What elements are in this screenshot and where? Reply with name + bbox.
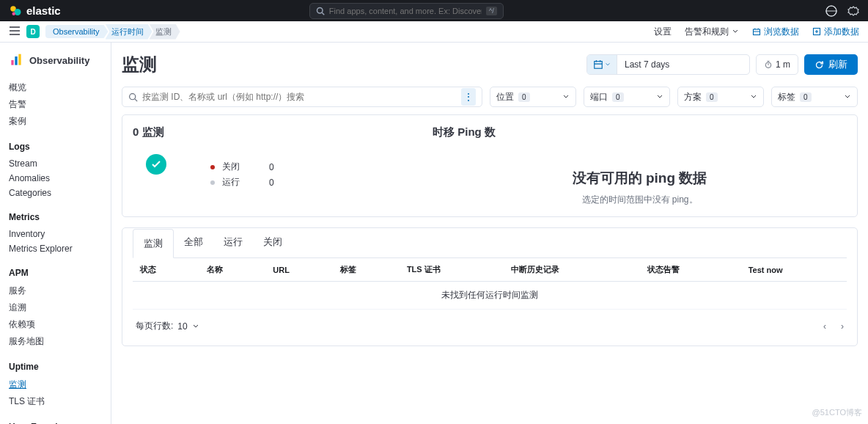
empty-table-row: 未找到任何运行时间监测 (133, 282, 847, 310)
refresh-icon (814, 60, 824, 70)
elastic-icon (9, 4, 22, 18)
global-search[interactable]: ^/ (309, 3, 504, 19)
timer-icon (764, 60, 773, 69)
sidebar-item[interactable]: 监测 (9, 376, 102, 393)
svg-point-3 (317, 7, 323, 13)
search-shortcut: ^/ (486, 7, 497, 15)
empty-pings-title: 没有可用的 ping 数据 (433, 169, 847, 188)
filter-select[interactable]: 位置0 (490, 87, 576, 107)
browse-data-link[interactable]: 浏览数据 (752, 26, 799, 38)
sidebar-item[interactable]: 服务地图 (9, 333, 102, 350)
monitors-table: 状态名称URL标签TLS 证书中断历史记录状态告警Test now 未找到任何运… (133, 258, 847, 310)
tab[interactable]: 全部 (174, 228, 213, 257)
svg-rect-10 (595, 62, 603, 69)
tab[interactable]: 关闭 (253, 228, 293, 257)
tab[interactable]: 监测 (133, 229, 174, 258)
rows-per-page[interactable]: 每页行数: 10 (136, 320, 199, 332)
breadcrumb-item[interactable]: Observability (45, 25, 108, 38)
observability-icon (9, 53, 23, 67)
svg-rect-5 (754, 29, 760, 35)
column-header[interactable]: 状态告警 (640, 258, 741, 282)
column-header[interactable]: 中断历史记录 (504, 258, 640, 282)
svg-point-12 (130, 93, 136, 99)
global-search-input[interactable] (329, 7, 482, 15)
help-icon[interactable] (847, 5, 859, 17)
status-donut (146, 154, 166, 175)
sidebar-item[interactable]: 案例 (9, 113, 102, 130)
prev-page[interactable]: ‹ (823, 321, 826, 332)
column-header[interactable]: URL (265, 258, 333, 282)
space-selector[interactable]: D (26, 25, 40, 38)
refresh-interval[interactable]: 1 m (756, 54, 798, 75)
monitors-heading: 0 监测 (133, 125, 166, 139)
pings-heading: 时移 Ping 数 (433, 125, 847, 139)
column-header[interactable]: 名称 (199, 258, 266, 282)
svg-rect-9 (18, 54, 21, 65)
column-header[interactable]: 状态 (133, 258, 199, 282)
brand-text: elastic (26, 4, 61, 17)
refresh-button[interactable]: 刷新 (804, 54, 858, 75)
legend-row: 运行0 (210, 176, 274, 189)
sidebar-item[interactable]: Stream (9, 156, 102, 171)
legend-row: 关闭0 (210, 161, 274, 173)
monitor-search[interactable]: ⋮ (122, 87, 482, 107)
sidebar-item[interactable]: TLS 证书 (9, 393, 102, 410)
sidebar-item[interactable]: 追溯 (9, 299, 102, 316)
sidebar-item[interactable]: Categories (9, 186, 102, 200)
sidebar-item[interactable]: 概览 (9, 79, 102, 96)
calendar-icon (587, 55, 617, 74)
svg-rect-7 (11, 60, 13, 65)
sidebar-item[interactable]: Metrics Explorer (9, 241, 102, 256)
add-data-link[interactable]: 添加数据 (812, 26, 859, 38)
sidebar-category: Uptime (9, 362, 102, 372)
nav-toggle[interactable] (9, 26, 21, 38)
sidebar: Observability 概览告警案例LogsStreamAnomaliesC… (0, 43, 111, 424)
monitor-search-input[interactable] (142, 92, 454, 102)
svg-point-1 (15, 9, 21, 15)
svg-point-2 (12, 12, 16, 15)
chevron-down-icon (192, 323, 199, 330)
sidebar-item[interactable]: Inventory (9, 227, 102, 241)
search-icon (128, 92, 138, 102)
alerts-rules-link[interactable]: 告警和规则 (685, 26, 739, 38)
next-page[interactable]: › (841, 321, 844, 332)
svg-rect-8 (15, 56, 17, 65)
sidebar-category: APM (9, 268, 102, 278)
stats-panel: 0 监测 关闭0运行0 时移 Ping 数 没有可用的 ping 数据 选定的时… (122, 114, 858, 217)
sidebar-category: Metrics (9, 212, 102, 222)
tab[interactable]: 运行 (213, 228, 253, 257)
newsfeed-icon[interactable] (825, 5, 837, 17)
column-header[interactable]: Test now (741, 258, 847, 282)
settings-link[interactable]: 设置 (654, 26, 672, 38)
breadcrumb: Observability 运行时间 监测 (45, 24, 180, 40)
date-picker[interactable]: Last 7 days (586, 54, 750, 75)
brand-logo[interactable]: elastic (9, 4, 61, 18)
date-range-text: Last 7 days (617, 59, 749, 70)
column-header[interactable]: 标签 (333, 258, 400, 282)
page-title: 监测 (122, 53, 157, 76)
filter-select[interactable]: 端口0 (584, 87, 670, 107)
filter-select[interactable]: 方案0 (677, 87, 764, 107)
search-icon (316, 7, 325, 15)
empty-pings-sub: 选定的时间范围中没有 ping。 (433, 194, 847, 206)
breadcrumb-item: 监测 (150, 24, 180, 40)
sidebar-category: Logs (9, 142, 102, 152)
breadcrumb-item[interactable]: 运行时间 (106, 24, 152, 40)
column-header[interactable]: TLS 证书 (400, 258, 504, 282)
sidebar-item[interactable]: 依赖项 (9, 316, 102, 333)
sidebar-item[interactable]: 告警 (9, 96, 102, 113)
sidebar-item[interactable]: 服务 (9, 282, 102, 299)
watermark: @51CTO博客 (812, 407, 862, 418)
sidebar-title: Observability (29, 55, 89, 66)
search-options[interactable]: ⋮ (461, 88, 476, 106)
sidebar-item[interactable]: Anomalies (9, 171, 102, 186)
filter-select[interactable]: 标签0 (771, 87, 858, 107)
